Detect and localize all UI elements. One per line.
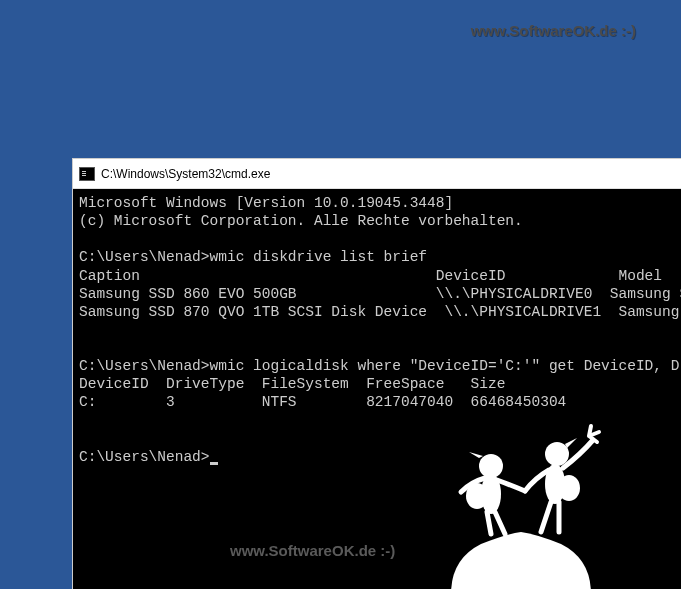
terminal-prompt: C:\Users\Nenad>wmic diskdrive list brief [79, 249, 427, 265]
watermark-bottom: www.SoftwareOK.de :-) [230, 542, 395, 559]
titlebar[interactable]: C:\Windows\System32\cmd.exe [73, 159, 681, 189]
terminal-output: Caption DeviceID Model [79, 268, 662, 284]
watermark-top: www.SoftwareOK.de :-) [471, 22, 636, 39]
terminal-line: Microsoft Windows [Version 10.0.19045.34… [79, 195, 453, 211]
terminal-prompt: C:\Users\Nenad> [79, 449, 210, 465]
terminal-line: (c) Microsoft Corporation. Alle Rechte v… [79, 213, 523, 229]
cursor [210, 462, 218, 465]
window-title: C:\Windows\System32\cmd.exe [101, 167, 270, 181]
terminal-output: Samsung SSD 860 EVO 500GB \\.\PHYSICALDR… [79, 286, 681, 302]
terminal-output: DeviceID DriveType FileSystem FreeSpace … [79, 376, 505, 392]
terminal-prompt: C:\Users\Nenad>wmic logicaldisk where "D… [79, 358, 681, 374]
svg-point-3 [545, 442, 569, 466]
cmd-icon [79, 167, 95, 181]
mascot-illustration [391, 394, 651, 589]
terminal-output: Samsung SSD 870 QVO 1TB SCSI Disk Device… [79, 304, 681, 320]
svg-point-5 [558, 475, 580, 501]
